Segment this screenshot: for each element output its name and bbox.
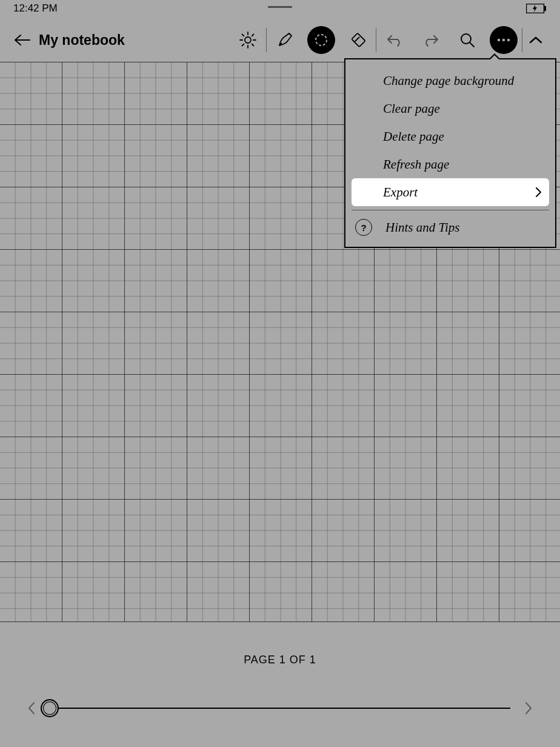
- eraser-tool-button[interactable]: [339, 24, 376, 56]
- search-button[interactable]: [449, 24, 485, 56]
- svg-point-12: [316, 35, 327, 45]
- menu-item-export[interactable]: Export: [352, 178, 549, 206]
- menu-item-label: Change page background: [383, 73, 514, 89]
- svg-rect-1: [544, 6, 546, 11]
- page-slider-thumb[interactable]: [41, 699, 59, 717]
- status-time: 12:42 PM: [13, 2, 58, 15]
- more-icon: [496, 38, 511, 42]
- menu-item-label: Delete page: [383, 129, 444, 144]
- next-page-button[interactable]: [521, 701, 536, 715]
- menu-item-label: Clear page: [383, 101, 440, 116]
- chevron-up-icon: [529, 36, 542, 44]
- page-indicator-label: PAGE 1 OF 1: [0, 654, 560, 666]
- svg-marker-2: [533, 5, 537, 12]
- notch-handle: [268, 6, 292, 8]
- redo-icon: [422, 33, 440, 47]
- svg-point-18: [502, 39, 505, 41]
- pen-tool-button[interactable]: [267, 24, 303, 56]
- undo-button[interactable]: [376, 24, 413, 56]
- notebook-title: My notebook: [39, 32, 125, 49]
- menu-item-label: Refresh page: [383, 157, 449, 172]
- svg-point-3: [245, 37, 251, 43]
- svg-line-11: [242, 44, 244, 46]
- svg-line-16: [470, 42, 474, 47]
- menu-item-refresh-page[interactable]: Refresh page: [352, 150, 549, 178]
- svg-line-10: [252, 35, 254, 36]
- menu-item-clear-page[interactable]: Clear page: [352, 95, 549, 122]
- menu-item-change-background[interactable]: Change page background: [352, 67, 549, 95]
- page-slider-track[interactable]: [50, 708, 510, 709]
- more-menu-dropdown: Change page background Clear page Delete…: [344, 58, 556, 248]
- undo-icon: [385, 33, 404, 47]
- collapse-toolbar-button[interactable]: [522, 24, 549, 56]
- page-navigator: [24, 701, 536, 715]
- svg-line-9: [252, 44, 254, 46]
- top-toolbar: My notebook: [0, 22, 560, 58]
- menu-item-label: Export: [383, 185, 418, 200]
- menu-separator: [352, 210, 549, 210]
- brightness-icon: [239, 31, 257, 49]
- chevron-right-icon: [535, 187, 542, 198]
- brightness-button[interactable]: [230, 24, 266, 56]
- svg-point-17: [498, 39, 500, 41]
- svg-rect-13: [352, 33, 365, 47]
- back-icon[interactable]: [13, 34, 30, 46]
- menu-item-label: Hints and Tips: [385, 220, 460, 235]
- lasso-tool-button[interactable]: [303, 24, 339, 56]
- menu-item-delete-page[interactable]: Delete page: [352, 122, 549, 150]
- eraser-icon: [348, 31, 367, 49]
- battery-charging-icon: [526, 4, 547, 13]
- redo-button[interactable]: [413, 24, 449, 56]
- help-icon: ?: [355, 219, 372, 236]
- svg-point-19: [507, 39, 510, 41]
- svg-line-14: [355, 37, 359, 42]
- svg-line-8: [242, 35, 244, 36]
- pen-icon: [276, 31, 294, 49]
- lasso-icon: [313, 32, 330, 49]
- menu-item-hints-tips[interactable]: ? Hints and Tips: [352, 216, 549, 238]
- prev-page-button[interactable]: [24, 701, 39, 715]
- search-icon: [459, 32, 476, 49]
- more-menu-button[interactable]: [485, 24, 522, 56]
- status-bar: 12:42 PM: [0, 0, 560, 17]
